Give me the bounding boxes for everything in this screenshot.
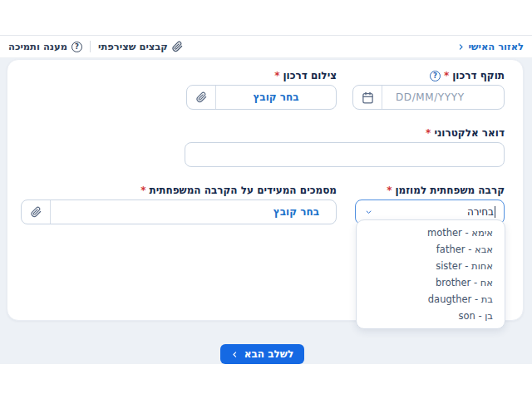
- passport-photo-field: צילום דרכון * בחר קובץ: [186, 71, 337, 110]
- toolbar: לאזור האישי קבצים שצירפתי ? מענה ותמיכה: [0, 35, 532, 58]
- required-asterisk: *: [444, 71, 449, 81]
- option-son[interactable]: בן - son: [357, 308, 505, 324]
- option-sister[interactable]: אחות - sister: [357, 258, 505, 274]
- passport-validity-field: תוקף דרכון * ? DD/MM/YYYY: [352, 71, 505, 110]
- date-input-text: DD/MM/YYYY: [382, 86, 504, 109]
- family-relation-label: קרבה משפחתית למוזמן *: [355, 185, 505, 196]
- family-relation-label-text: קרבה משפחתית למוזמן: [396, 185, 505, 196]
- relation-documents-file-input[interactable]: בחר קובץ: [21, 200, 337, 224]
- relation-documents-label-text: מסמכים המעידים על הקרבה המשפחתית: [149, 185, 337, 196]
- back-link-label: לאזור האישי: [468, 41, 524, 52]
- text-caret: [495, 206, 495, 218]
- form-row-2: דואר אלקטרוני *: [21, 128, 505, 167]
- date-placeholder: DD/MM/YYYY: [396, 91, 465, 103]
- back-to-personal-area-link[interactable]: לאזור האישי: [457, 41, 524, 52]
- next-step-label: לשלב הבא: [244, 348, 293, 360]
- email-label-text: דואר אלקטרוני: [434, 128, 505, 139]
- form-row-3: קרבה משפחתית למוזמן * בחירה מסמכים המעיד…: [21, 185, 505, 224]
- relation-documents-field: מסמכים המעידים על הקרבה המשפחתית * בחר ק…: [21, 185, 337, 224]
- family-relation-field: קרבה משפחתית למוזמן * בחירה: [355, 185, 505, 224]
- paperclip-icon: [22, 200, 50, 224]
- support-label: מענה ותמיכה: [8, 41, 67, 52]
- support-link[interactable]: ? מענה ותמיכה: [8, 41, 82, 52]
- input-divider: [50, 200, 51, 224]
- email-input[interactable]: [185, 142, 505, 167]
- option-father[interactable]: אבא - father: [357, 241, 505, 258]
- passport-validity-date-input[interactable]: DD/MM/YYYY: [352, 85, 505, 110]
- choose-file-label: בחר קובץ: [273, 206, 319, 218]
- choose-file-text: בחר קובץ: [51, 200, 336, 224]
- select-value: בחירה: [467, 206, 494, 218]
- input-divider: [382, 86, 382, 109]
- passport-validity-label-text: תוקף דרכון: [452, 71, 505, 81]
- email-field: דואר אלקטרוני *: [185, 128, 505, 167]
- option-daughter[interactable]: בת - daugther: [357, 291, 505, 308]
- passport-photo-label: צילום דרכון *: [186, 71, 337, 81]
- chevron-left-icon: [231, 351, 239, 358]
- form-row-1: תוקף דרכון * ? DD/MM/YYYY: [21, 71, 505, 110]
- chevron-down-icon: [364, 209, 373, 215]
- option-brother[interactable]: אח - brother: [357, 274, 505, 291]
- toolbar-links: קבצים שצירפתי ? מענה ותמיכה: [8, 41, 183, 52]
- passport-validity-label: תוקף דרכון * ?: [352, 71, 505, 81]
- option-mother[interactable]: אימא - mother: [357, 224, 505, 241]
- email-label: דואר אלקטרוני *: [185, 128, 505, 139]
- paperclip-icon: [172, 41, 183, 52]
- passport-photo-label-text: צילום דרכון: [283, 71, 337, 81]
- required-asterisk: *: [140, 185, 145, 196]
- page-background: תוקף דרכון * ? DD/MM/YYYY: [0, 58, 532, 364]
- calendar-icon[interactable]: [353, 86, 382, 109]
- required-asterisk: *: [387, 185, 392, 196]
- help-circle-icon[interactable]: ?: [430, 71, 441, 81]
- passport-photo-file-input[interactable]: בחר קובץ: [186, 85, 337, 110]
- choose-file-label: בחר קובץ: [253, 91, 298, 103]
- input-divider: [215, 86, 216, 109]
- attached-files-link[interactable]: קבצים שצירפתי: [98, 41, 183, 52]
- required-asterisk: *: [274, 71, 279, 81]
- choose-file-text: בחר קובץ: [216, 86, 336, 109]
- relation-documents-label: מסמכים המעידים על הקרבה המשפחתית *: [21, 185, 337, 196]
- next-step-button[interactable]: לשלב הבא: [220, 344, 304, 364]
- paperclip-icon: [187, 86, 215, 109]
- chevron-right-icon: [457, 43, 465, 51]
- help-circle-icon: ?: [71, 42, 82, 52]
- toolbar-divider: [90, 41, 91, 52]
- relation-options-dropdown: אימא - mother אבא - father אחות - sister…: [356, 219, 505, 329]
- attached-files-label: קבצים שצירפתי: [98, 41, 168, 52]
- required-asterisk: *: [426, 128, 431, 139]
